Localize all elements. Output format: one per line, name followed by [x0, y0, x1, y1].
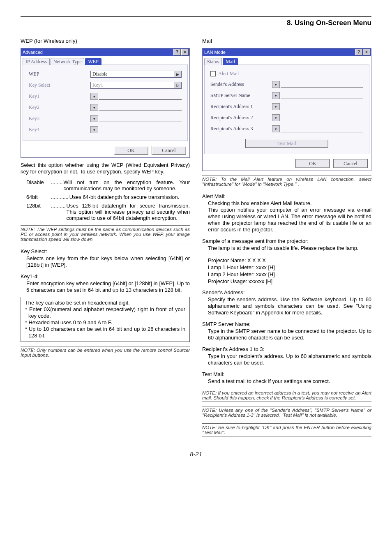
close-icon[interactable]: × — [363, 49, 370, 55]
key2-row: Key2 ▾ — [29, 104, 182, 111]
smtp-heading: SMTP Server Name: — [202, 321, 371, 327]
keyboard-icon[interactable]: ▾ — [90, 126, 98, 133]
recipient1-row: Recipient's Address 1 ▾ — [210, 103, 363, 110]
smtp-body: Type in the SMTP server name to be conne… — [202, 328, 371, 341]
tab-network-type[interactable]: Network Type — [51, 58, 85, 65]
keyboard-icon[interactable]: ▾ — [90, 115, 98, 122]
dialog-title: LAN Mode — [203, 50, 355, 55]
sender-label: Sender's Address — [210, 81, 272, 88]
key4-input[interactable] — [99, 127, 182, 133]
ok-button[interactable]: OK — [295, 159, 330, 168]
note-test-2: NOTE: Unless any one of the "Sender's Ad… — [202, 406, 371, 419]
sample-lamp2: Lamp 2 Hour Meter: xxxx [H] — [208, 271, 371, 277]
tab-body: Alert Mail Sender's Address ▾ SMTP Serve… — [204, 65, 369, 154]
key-select-heading: Key Select: — [21, 248, 190, 254]
dialog-buttons: OK Cancel — [21, 143, 189, 157]
key1-row: Key1 ▾ — [29, 93, 182, 100]
key1-4-heading: Key1-4: — [21, 273, 190, 279]
smtp-row: SMTP Server Name ▾ — [210, 92, 363, 99]
tab-strip: IP Address Network Type WEP — [23, 58, 189, 65]
ok-button[interactable]: OK — [114, 146, 148, 155]
recipient-heading: Recipient's Address 1 to 3: — [202, 346, 371, 352]
hex-box: The key can also be set in hexadecimal d… — [21, 297, 190, 342]
alert-mail-label: Alert Mail — [218, 71, 239, 77]
recipient3-label: Recipient's Address 3 — [210, 126, 272, 132]
wep-label: WEP — [29, 71, 90, 77]
help-icon[interactable]: ? — [173, 49, 181, 55]
wep-value: Disable — [91, 71, 174, 77]
keyboard-icon[interactable]: ▾ — [272, 125, 280, 132]
hex-line1: The key can also be set in hexadecimal d… — [25, 300, 185, 306]
key-select-label: Key Select — [29, 82, 90, 88]
key-select-dropdown[interactable]: Key1 ▷ — [90, 82, 182, 89]
recipient3-row: Recipient's Address 3 ▾ — [210, 125, 363, 132]
key3-row: Key3 ▾ — [29, 115, 182, 122]
key2-input[interactable] — [99, 104, 182, 111]
key1-label: Key1 — [29, 93, 90, 99]
note-remote: NOTE: Only numbers can be entered when y… — [21, 346, 190, 359]
hex-line2: * Enter 0X(numeral and alphabet respecti… — [25, 306, 185, 319]
keyboard-icon[interactable]: ▾ — [90, 104, 98, 111]
chevron-right-icon: ▷ — [174, 82, 181, 88]
sample-projector-name: Projector Name: X X X X — [208, 257, 371, 263]
key-select-value: Key1 — [91, 82, 174, 88]
dialog-title: Advanced — [22, 50, 173, 55]
alert-mail-body: Checking this box enables Alert Mail fea… — [202, 200, 371, 233]
recipient1-input[interactable] — [281, 104, 363, 110]
page-header: 8. Using On-Screen Menu — [21, 16, 371, 29]
tab-wep[interactable]: WEP — [85, 58, 101, 65]
note-test-1: NOTE: If you entered an incorrect addres… — [202, 389, 371, 402]
recipient2-row: Recipient's Address 2 ▾ — [210, 114, 363, 121]
test-mail-button[interactable]: Test Mail — [245, 139, 328, 148]
keyboard-icon[interactable]: ▾ — [272, 114, 280, 121]
recipient3-input[interactable] — [281, 126, 363, 132]
wep-dropdown[interactable]: Disable ▶ — [90, 71, 182, 78]
tab-mail[interactable]: Mail — [223, 58, 238, 65]
smtp-input[interactable] — [281, 92, 363, 99]
close-icon[interactable]: × — [181, 49, 189, 55]
key1-input[interactable] — [99, 93, 182, 100]
dialog-titlebar: Advanced ? × — [21, 48, 189, 56]
keyboard-icon[interactable]: ▾ — [272, 103, 280, 110]
hex-line4: * Up to 10 characters can be set in 64 b… — [25, 326, 185, 339]
smtp-label: SMTP Server Name — [210, 92, 272, 99]
keyboard-icon[interactable]: ▾ — [90, 93, 98, 100]
cancel-button[interactable]: Cancel — [333, 159, 368, 168]
key2-label: Key2 — [29, 104, 90, 111]
sample-heading: Sample of a message sent from the projec… — [202, 238, 371, 244]
dialog-buttons: OK Cancel — [203, 157, 371, 171]
sender-heading: Sender's Address: — [202, 289, 371, 295]
keyboard-icon[interactable]: ▾ — [272, 81, 280, 88]
alert-mail-row: Alert Mail — [210, 71, 363, 77]
key3-label: Key3 — [29, 115, 90, 122]
sample-lamp1: Lamp 1 Hour Meter: xxxx [H] — [208, 264, 371, 270]
keyboard-icon[interactable]: ▾ — [272, 92, 280, 99]
key-select-row: Key Select Key1 ▷ — [29, 82, 182, 89]
recipient2-input[interactable] — [281, 115, 363, 121]
item-128bit: 128bit .......... Uses 128-bit datalengt… — [26, 203, 190, 221]
alert-mail-checkbox[interactable] — [210, 71, 216, 76]
test-mail-body: Send a test mail to check if your settin… — [202, 378, 371, 385]
key-select-body: Selects one key from the four keys below… — [21, 255, 190, 268]
note-test-3: NOTE: Be sure to highlight "OK" and pres… — [202, 423, 371, 436]
key3-input[interactable] — [99, 115, 182, 122]
wep-row: WEP Disable ▶ — [29, 71, 182, 78]
key1-4-body: Enter encryption key when selecting [64b… — [21, 280, 190, 293]
tab-ip-address[interactable]: IP Address — [23, 58, 50, 65]
sample-body: The lamp is at the end of its usable lif… — [202, 245, 371, 252]
sample-usage: Projector Usage: xxxxxx [H] — [208, 278, 371, 284]
sender-body: Specify the senders address. Use the Sof… — [202, 296, 371, 316]
chevron-right-icon: ▶ — [174, 71, 181, 77]
key4-row: Key4 ▾ — [29, 126, 182, 133]
tab-status[interactable]: Status — [204, 58, 222, 65]
sender-input[interactable] — [281, 81, 363, 88]
note-wep: NOTE: The WEP settings must be the same … — [21, 225, 190, 243]
cancel-button[interactable]: Cancel — [152, 146, 186, 155]
chapter-title: 8. Using On-Screen Menu — [287, 17, 371, 27]
lan-mode-dialog: LAN Mode ? × Status Mail Alert Mail Send… — [202, 48, 371, 171]
help-icon[interactable]: ? — [355, 49, 362, 55]
note-infrastructure: NOTE: To the Mail Alert feature on wirel… — [202, 175, 371, 188]
recipient2-label: Recipient's Address 2 — [210, 115, 272, 121]
key4-label: Key4 — [29, 127, 90, 133]
tab-body: WEP Disable ▶ Key Select Key1 ▷ — [23, 65, 188, 141]
